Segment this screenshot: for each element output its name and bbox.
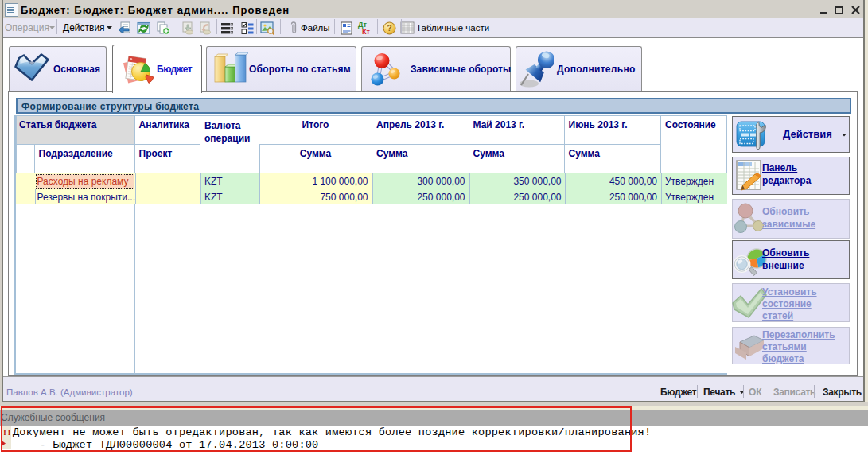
svg-text:?: ? [387, 24, 391, 33]
